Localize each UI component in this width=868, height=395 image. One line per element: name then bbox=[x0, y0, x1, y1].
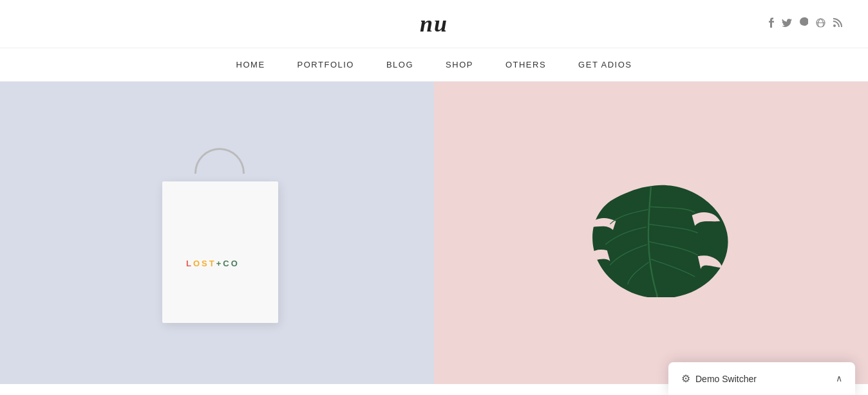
nav-item-portfolio[interactable]: Portfolio bbox=[297, 60, 354, 69]
hero-right-panel bbox=[434, 82, 868, 384]
hero-left-panel: LOST+CO bbox=[0, 82, 434, 384]
rss-icon[interactable] bbox=[833, 18, 842, 30]
monstera-leaf-svg bbox=[567, 169, 735, 297]
pinterest-icon[interactable] bbox=[800, 17, 808, 30]
demo-switcher-panel[interactable]: ⚙ Demo Switcher ∧ bbox=[668, 362, 855, 395]
demo-switcher-left: ⚙ Demo Switcher bbox=[681, 372, 757, 385]
chevron-up-icon[interactable]: ∧ bbox=[836, 373, 842, 384]
site-logo[interactable]: nu bbox=[420, 10, 448, 37]
nav-item-others[interactable]: Others bbox=[505, 60, 546, 69]
nav-item-home[interactable]: Home bbox=[236, 60, 265, 69]
main-nav: Home Portfolio Blog Shop Others Get Adio… bbox=[0, 48, 868, 82]
facebook-icon[interactable] bbox=[768, 17, 774, 30]
nav-item-get-adios[interactable]: Get Adios bbox=[578, 60, 632, 69]
nav-item-shop[interactable]: Shop bbox=[446, 60, 473, 69]
leaf-illustration bbox=[561, 156, 741, 310]
social-icons-group bbox=[768, 17, 842, 30]
gear-icon: ⚙ bbox=[681, 372, 690, 385]
demo-switcher-label: Demo Switcher bbox=[695, 374, 757, 384]
shopping-bag-illustration: LOST+CO bbox=[149, 143, 285, 323]
site-header: nu bbox=[0, 0, 868, 48]
svg-point-1 bbox=[833, 24, 836, 27]
hero-section: LOST+CO bbox=[0, 82, 868, 384]
bag-body: LOST+CO bbox=[162, 181, 278, 323]
bag-logo-text: LOST+CO bbox=[186, 259, 240, 268]
nav-item-blog[interactable]: Blog bbox=[386, 60, 413, 69]
dribbble-icon[interactable] bbox=[816, 18, 826, 30]
twitter-icon[interactable] bbox=[782, 19, 792, 30]
bag-handle bbox=[194, 148, 245, 174]
